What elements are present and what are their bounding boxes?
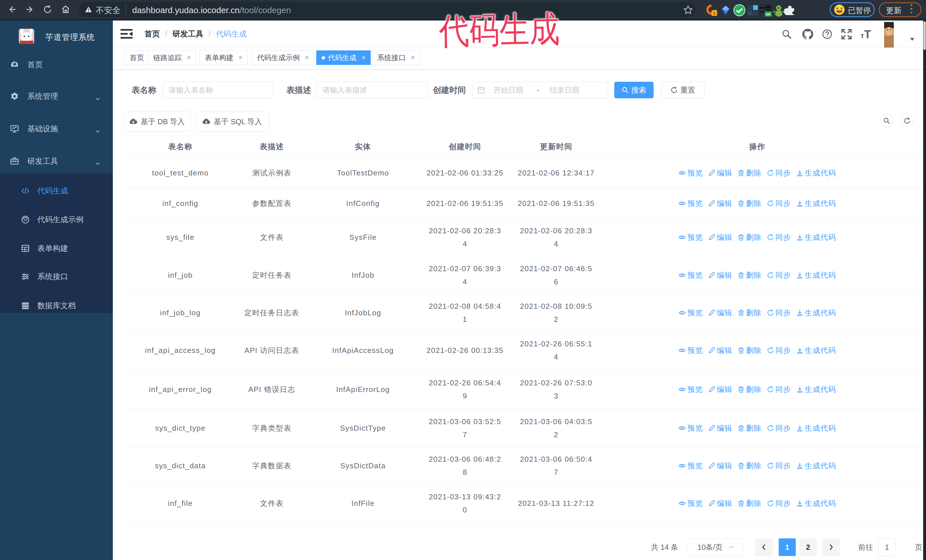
svg-text:1: 1 bbox=[713, 11, 716, 16]
svg-text:on: on bbox=[766, 12, 770, 16]
